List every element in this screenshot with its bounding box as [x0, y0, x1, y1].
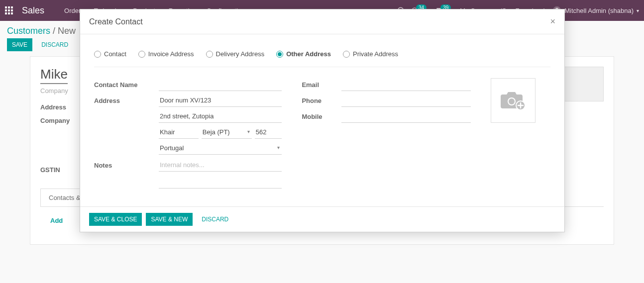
contact-name-input[interactable] — [159, 78, 282, 91]
modal-discard-button[interactable]: Discard — [197, 213, 233, 226]
contact-photo-placeholder[interactable] — [491, 78, 536, 123]
label-address: Address — [94, 94, 159, 104]
notes-input[interactable] — [159, 159, 282, 172]
mobile-input[interactable] — [341, 110, 471, 123]
radio-invoice-address[interactable]: Invoice Address — [138, 50, 194, 58]
label-email: Email — [302, 78, 341, 89]
state-select[interactable] — [202, 126, 252, 139]
radio-delivery-address[interactable]: Delivery Address — [206, 50, 265, 58]
modal-close-button[interactable]: × — [550, 16, 555, 27]
address-type-radios: Contact Invoice Address Delivery Address… — [94, 45, 550, 67]
radio-contact[interactable]: Contact — [94, 50, 126, 58]
save-and-new-button[interactable]: Save & New — [146, 213, 193, 226]
zip-input[interactable] — [255, 126, 282, 139]
street2-input[interactable] — [159, 110, 282, 123]
svg-point-14 — [509, 98, 515, 104]
modal-title: Create Contact — [89, 17, 143, 26]
city-input[interactable] — [159, 126, 199, 139]
radio-other-address[interactable]: Other Address — [276, 50, 331, 58]
create-contact-modal: Create Contact × Contact Invoice Address… — [80, 9, 565, 232]
label-mobile: Mobile — [302, 110, 341, 120]
label-notes: Notes — [94, 159, 159, 169]
street-input[interactable] — [159, 94, 282, 107]
save-and-close-button[interactable]: Save & Close — [89, 213, 142, 226]
phone-input[interactable] — [341, 94, 471, 107]
label-phone: Phone — [302, 94, 341, 104]
email-input[interactable] — [341, 78, 471, 91]
country-select[interactable] — [159, 142, 282, 155]
label-contact-name: Contact Name — [94, 78, 159, 89]
radio-private-address[interactable]: Private Address — [343, 50, 398, 58]
camera-plus-icon — [500, 90, 527, 111]
